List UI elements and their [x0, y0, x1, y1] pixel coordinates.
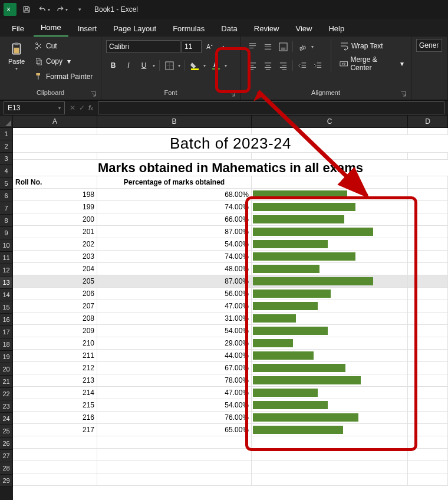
cell-rollno[interactable]: 203	[13, 251, 97, 263]
tab-page-layout[interactable]: Page Layout	[106, 21, 163, 37]
cell-databar[interactable]	[252, 325, 408, 337]
merge-center-button[interactable]: Merge & Center▾	[337, 57, 406, 71]
row-header[interactable]: 18	[0, 338, 12, 351]
cell-pct[interactable]: 48.00%	[97, 263, 252, 275]
decrease-font-icon[interactable]: A▾	[218, 40, 232, 54]
cell-databar[interactable]	[252, 387, 408, 399]
row-header[interactable]: 19	[0, 351, 12, 363]
wrap-text-button[interactable]: Wrap Text	[337, 39, 406, 53]
cell-rollno[interactable]: 210	[13, 337, 97, 350]
cell-rollno[interactable]: 205	[13, 275, 97, 288]
tab-view[interactable]: View	[288, 21, 319, 37]
cell-pct[interactable]: 76.00%	[97, 412, 252, 424]
font-launcher-icon[interactable]	[229, 90, 236, 97]
tab-insert[interactable]: Insert	[71, 21, 104, 37]
cell-rollno[interactable]: 204	[13, 263, 97, 275]
cell-grid[interactable]: Batch of 2023-24Marks obtained in Mahema…	[13, 128, 448, 500]
row-header[interactable]: 28	[0, 462, 12, 475]
cell-pct[interactable]: 54.00%	[97, 325, 252, 337]
cell-rollno[interactable]: 212	[13, 362, 97, 374]
cell-pct[interactable]: 74.00%	[97, 251, 252, 263]
cell-rollno[interactable]: 208	[13, 312, 97, 325]
undo-icon[interactable]: ▾	[37, 2, 52, 17]
increase-indent-icon[interactable]	[311, 58, 325, 73]
cell-pct[interactable]: 67.00%	[97, 362, 252, 374]
row-header[interactable]: 25	[0, 425, 12, 438]
row-header[interactable]: 6	[0, 190, 12, 202]
redo-icon[interactable]: ▾	[54, 2, 70, 17]
qat-customize-icon[interactable]: ▾	[72, 2, 87, 17]
cancel-formula-icon[interactable]: ✕	[70, 104, 75, 112]
col-header-C[interactable]: C	[252, 116, 408, 127]
row-header[interactable]: 15	[0, 301, 12, 314]
decrease-indent-icon[interactable]	[295, 58, 309, 73]
row-header[interactable]: 8	[0, 215, 12, 227]
cell-databar[interactable]	[252, 238, 408, 251]
cell-databar[interactable]	[252, 226, 408, 238]
orientation-icon[interactable]: ab	[295, 40, 309, 54]
cell-pct[interactable]: 54.00%	[97, 399, 252, 412]
cell-databar[interactable]	[252, 201, 408, 213]
row-headers[interactable]: 1234567891011121314151617181920212223242…	[0, 128, 13, 487]
tab-data[interactable]: Data	[214, 21, 244, 37]
tab-formulas[interactable]: Formulas	[166, 21, 212, 37]
font-color-menu[interactable]: ▾	[223, 63, 229, 68]
cell-databar[interactable]	[252, 350, 408, 362]
row-header[interactable]: 12	[0, 264, 12, 277]
cell-pct[interactable]: 87.00%	[97, 226, 252, 238]
cell-databar[interactable]	[252, 288, 408, 300]
copy-button[interactable]: Copy▾	[32, 54, 95, 68]
cell-databar[interactable]	[252, 213, 408, 226]
align-bottom-icon[interactable]	[276, 40, 290, 54]
formula-bar[interactable]	[98, 101, 444, 114]
col-header-A[interactable]: A	[13, 116, 97, 127]
cell-pct[interactable]: 68.00%	[97, 189, 252, 201]
row-header[interactable]: 27	[0, 450, 12, 462]
cell-databar[interactable]	[252, 374, 408, 387]
cell-rollno[interactable]: 209	[13, 325, 97, 337]
tab-home[interactable]: Home	[34, 19, 68, 37]
cell-pct[interactable]: 66.00%	[97, 213, 252, 226]
borders-button[interactable]	[162, 58, 176, 73]
cell-rollno[interactable]: 207	[13, 300, 97, 312]
row-header[interactable]: 16	[0, 314, 12, 326]
cell-rollno[interactable]: 211	[13, 350, 97, 362]
cell-pct[interactable]: 29.00%	[97, 337, 252, 350]
column-headers[interactable]: ABCD	[13, 116, 448, 128]
row-header[interactable]: 17	[0, 326, 12, 338]
align-left-icon[interactable]	[245, 58, 259, 73]
cell-databar[interactable]	[252, 251, 408, 263]
align-middle-icon[interactable]	[261, 40, 275, 54]
row-header[interactable]: 10	[0, 239, 12, 252]
tab-file[interactable]: File	[5, 21, 31, 37]
clipboard-launcher-icon[interactable]	[90, 90, 97, 97]
cell-rollno[interactable]: 217	[13, 424, 97, 436]
cell-pct[interactable]: 87.00%	[97, 275, 252, 288]
cell-databar[interactable]	[252, 189, 408, 201]
cell-rollno[interactable]: 200	[13, 213, 97, 226]
cell-rollno[interactable]: 201	[13, 226, 97, 238]
cell-pct[interactable]: 65.00%	[97, 424, 252, 436]
cell-rollno[interactable]: 206	[13, 288, 97, 300]
col-header-D[interactable]: D	[408, 116, 448, 127]
font-name-select[interactable]	[106, 40, 180, 53]
font-size-select[interactable]	[182, 40, 202, 53]
row-header[interactable]: 24	[0, 413, 12, 425]
cell-rollno[interactable]: 198	[13, 189, 97, 201]
tab-review[interactable]: Review	[247, 21, 286, 37]
cell-pct[interactable]: 47.00%	[97, 387, 252, 399]
format-painter-button[interactable]: Format Painter	[32, 70, 95, 84]
row-header[interactable]: 20	[0, 363, 12, 376]
cell-rollno[interactable]: 202	[13, 238, 97, 251]
number-format-select[interactable]	[416, 39, 442, 52]
col-header-B[interactable]: B	[97, 116, 252, 127]
cell-pct[interactable]: 31.00%	[97, 312, 252, 325]
row-header[interactable]: 21	[0, 376, 12, 388]
cell-rollno[interactable]: 216	[13, 412, 97, 424]
underline-button[interactable]: U	[137, 58, 151, 73]
cell-pct[interactable]: 54.00%	[97, 238, 252, 251]
cell-rollno[interactable]: 213	[13, 374, 97, 387]
row-header[interactable]: 4	[0, 165, 12, 177]
cell-databar[interactable]	[252, 312, 408, 325]
cell-pct[interactable]: 44.00%	[97, 350, 252, 362]
